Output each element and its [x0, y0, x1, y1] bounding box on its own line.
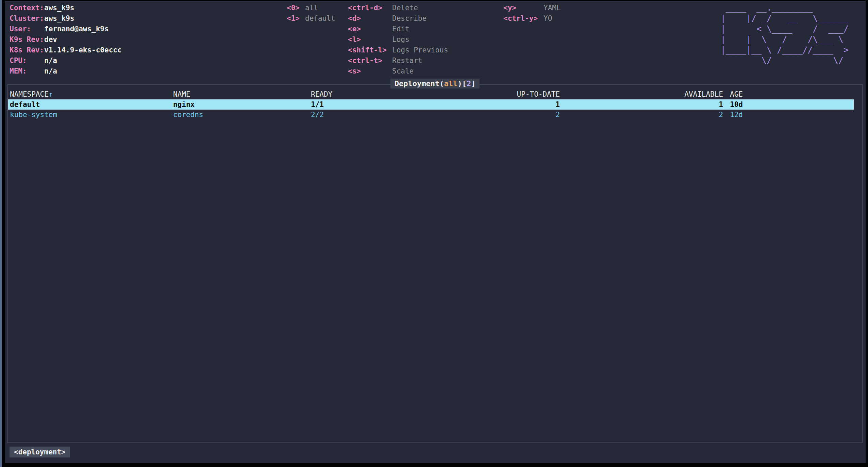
cell-namespace: default: [10, 99, 173, 110]
hotkey-row: <s>Scale: [348, 66, 448, 77]
hotkey-label: all: [305, 3, 335, 13]
table-row[interactable]: defaultnginx1/11110d: [8, 99, 854, 110]
logo-line: \/ \/: [721, 55, 854, 66]
hotkey-key: <e>: [348, 24, 392, 34]
logo-line: ____ __.________: [721, 2, 854, 13]
info-value: v1.14.9-eks-c0eccc: [44, 45, 122, 55]
hotkey-key: <l>: [348, 34, 392, 45]
cluster-info-row: User:fernand@aws_k9s: [10, 24, 122, 34]
hotkey-key: <0>: [287, 3, 305, 13]
column-header-label: AVAILABLE: [684, 90, 723, 98]
table-title: Deployment(all)[2]: [390, 79, 480, 88]
cell-up-to-date: 2: [430, 110, 560, 120]
window-edge: [0, 0, 2, 467]
namespace-hotkeys: <0>all<1>default: [287, 3, 335, 24]
cell-age: 12d: [723, 110, 854, 120]
column-header-available[interactable]: AVAILABLE: [560, 89, 723, 99]
hotkey-row: <1>default: [287, 13, 335, 24]
hotkey-label: Logs: [392, 34, 448, 45]
info-label: User:: [10, 24, 44, 34]
column-header-label: NAMESPACE: [10, 90, 49, 98]
logo-line: |____|__ \ /____//____ >: [721, 45, 854, 55]
logo-line: | | \ / /\___ \: [721, 34, 854, 45]
cell-namespace: kube-system: [10, 110, 173, 120]
hotkey-key: <shift-l>: [348, 45, 392, 55]
cell-up-to-date: 1: [430, 99, 560, 110]
title-resource-count: 2: [467, 79, 471, 88]
logo-line: | |/ _/ __ \______: [721, 13, 854, 23]
hotkey-key: <1>: [287, 13, 305, 24]
k9s-ascii-logo: ____ __.________ | |/ _/ __ \______ | < …: [721, 2, 854, 66]
info-label: K9s Rev:: [10, 34, 44, 45]
info-label: CPU:: [10, 55, 44, 66]
info-label: Cluster:: [10, 13, 44, 24]
hotkey-label: Logs Previous: [392, 45, 448, 55]
hotkey-label: YO: [544, 13, 561, 24]
hotkey-label: Scale: [392, 66, 448, 77]
cell-name: nginx: [173, 99, 311, 110]
cluster-info-row: K9s Rev:dev: [10, 34, 122, 45]
hotkey-key: <s>: [348, 66, 392, 77]
k9s-terminal-window: Context:aws_k9sCluster:aws_k9sUser:ferna…: [0, 0, 868, 467]
cluster-info-row: K8s Rev:v1.14.9-eks-c0eccc: [10, 45, 122, 55]
hotkey-row: <shift-l>Logs Previous: [348, 45, 448, 55]
column-header-label: AGE: [730, 90, 743, 98]
action-hotkeys: <ctrl-d>Delete<d>Describe<e>Edit<l>Logs<…: [348, 3, 448, 77]
hotkey-row: <e>Edit: [348, 24, 448, 34]
hotkey-label: Describe: [392, 13, 448, 24]
hotkey-row: <y>YAML: [503, 3, 561, 13]
column-header-name[interactable]: NAME: [173, 89, 311, 99]
hotkey-row: <ctrl-d>Delete: [348, 3, 448, 13]
cluster-info-row: MEM:n/a: [10, 66, 122, 77]
cluster-info-panel: Context:aws_k9sCluster:aws_k9sUser:ferna…: [10, 3, 122, 77]
info-label: MEM:: [10, 66, 44, 77]
cell-ready: 1/1: [311, 99, 430, 110]
hotkey-key: <ctrl-y>: [503, 13, 544, 24]
hotkey-row: <0>all: [287, 3, 335, 13]
title-bracket-open: )[: [457, 79, 467, 88]
column-header-age[interactable]: AGE: [723, 89, 854, 99]
hotkey-row: <ctrl-y>YO: [503, 13, 561, 24]
cell-name: coredns: [173, 110, 311, 120]
cell-age: 10d: [723, 99, 854, 110]
info-value: n/a: [44, 66, 122, 77]
info-label: Context:: [10, 3, 44, 13]
hotkey-row: <d>Describe: [348, 13, 448, 24]
info-value: dev: [44, 34, 122, 45]
title-namespace: all: [444, 79, 457, 88]
hotkey-key: <d>: [348, 13, 392, 24]
hotkey-label: Restart: [392, 55, 448, 66]
column-header-label: READY: [311, 90, 332, 98]
info-value: aws_k9s: [44, 13, 122, 24]
table-row[interactable]: kube-systemcoredns2/22212d: [8, 110, 854, 120]
hotkey-key: <ctrl-d>: [348, 3, 392, 13]
info-value: fernand@aws_k9s: [44, 24, 122, 34]
yaml-hotkeys: <y>YAML<ctrl-y>YO: [503, 3, 561, 24]
info-value: n/a: [44, 55, 122, 66]
cell-ready: 2/2: [311, 110, 430, 120]
column-header-namespace[interactable]: NAMESPACE↑: [10, 89, 173, 99]
column-header-up-to-date[interactable]: UP-TO-DATE: [430, 89, 560, 99]
cell-available: 2: [560, 110, 723, 120]
hotkey-row: <ctrl-t>Restart: [348, 55, 448, 66]
hotkey-key: <ctrl-t>: [348, 55, 392, 66]
deployment-table: Deployment(all)[2] NAMESPACE↑NAMEREADYUP…: [7, 84, 863, 443]
column-header-ready[interactable]: READY: [311, 89, 430, 99]
logo-line: | < \____ / ___/: [721, 23, 854, 34]
terminal-background: Context:aws_k9sCluster:aws_k9sUser:ferna…: [5, 1, 866, 463]
hotkey-row: <l>Logs: [348, 34, 448, 45]
title-bracket-close: ]: [471, 79, 475, 88]
cluster-info-row: CPU:n/a: [10, 55, 122, 66]
hotkey-label: default: [305, 13, 335, 24]
hotkey-key: <y>: [503, 3, 544, 13]
hotkey-label: Delete: [392, 3, 448, 13]
column-header-label: UP-TO-DATE: [517, 90, 560, 98]
hotkey-label: YAML: [544, 3, 561, 13]
info-label: K8s Rev:: [10, 45, 44, 55]
hotkey-label: Edit: [392, 24, 448, 34]
table-body: defaultnginx1/11110dkube-systemcoredns2/…: [8, 99, 862, 120]
crumb-deployment[interactable]: <deployment>: [10, 447, 70, 457]
cluster-info-row: Context:aws_k9s: [10, 3, 122, 13]
column-header-label: NAME: [173, 90, 190, 98]
sort-ascending-icon: ↑: [49, 90, 53, 98]
